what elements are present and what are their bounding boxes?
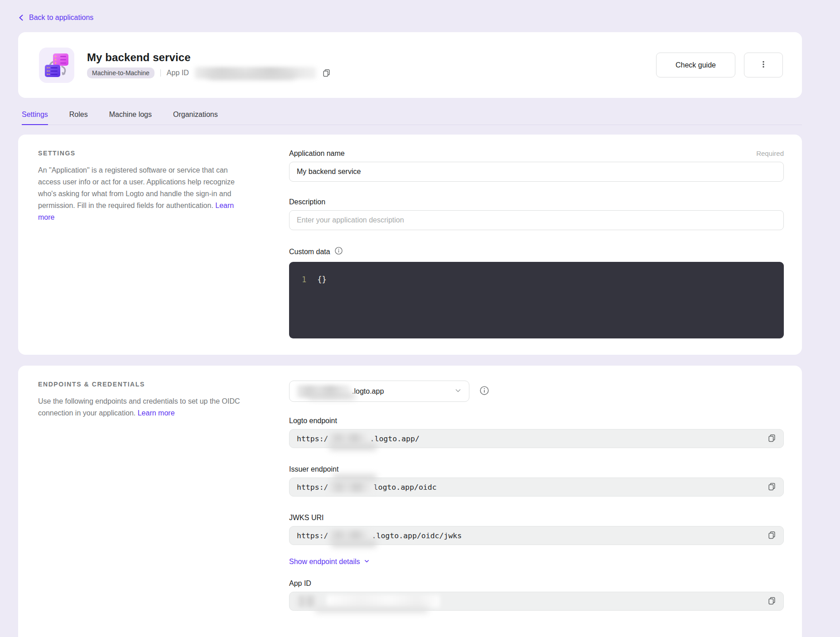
jwks-uri-label: JWKS URI bbox=[289, 514, 323, 522]
redacted-segment bbox=[327, 595, 440, 608]
copy-app-id-field-button[interactable] bbox=[767, 595, 777, 607]
app-id-label: App ID bbox=[167, 69, 189, 77]
tab-roles[interactable]: Roles bbox=[69, 111, 88, 125]
tab-bar: Settings Roles Machine logs Organization… bbox=[22, 111, 802, 125]
endpoints-section-heading: ENDPOINTS & CREDENTIALS bbox=[38, 381, 251, 388]
tab-machine-logs[interactable]: Machine logs bbox=[109, 111, 152, 125]
chevron-down-icon bbox=[454, 387, 462, 396]
copy-icon bbox=[322, 68, 331, 78]
redacted-segment bbox=[328, 530, 372, 541]
domain-select[interactable]: .logto.app bbox=[289, 381, 469, 402]
kebab-menu-icon bbox=[759, 60, 768, 70]
logto-endpoint-label: Logto endpoint bbox=[289, 417, 337, 425]
copy-jwks-uri-button[interactable] bbox=[767, 530, 777, 541]
back-row: Back to applications bbox=[18, 14, 802, 22]
app-id-field-group: App ID bbox=[289, 579, 784, 611]
meta-divider bbox=[160, 69, 161, 77]
app-meta-row: Machine-to-Machine App ID bbox=[87, 67, 331, 79]
custom-data-field-group: Custom data 1 {} bbox=[289, 246, 784, 338]
custom-data-label: Custom data bbox=[289, 248, 330, 256]
copy-icon bbox=[768, 596, 776, 606]
back-to-applications-link[interactable]: Back to applications bbox=[18, 14, 93, 22]
chevron-left-icon bbox=[18, 14, 24, 21]
application-name-input[interactable] bbox=[289, 162, 784, 182]
redacted-segment bbox=[328, 433, 370, 444]
copy-app-id-button[interactable] bbox=[321, 68, 332, 79]
copy-icon bbox=[768, 482, 776, 492]
logto-endpoint-field-group: Logto endpoint https:/.logto.app/ bbox=[289, 417, 784, 448]
redacted-segment bbox=[297, 595, 319, 607]
back-link-label: Back to applications bbox=[29, 14, 93, 22]
settings-form-column: Application name Required Description Cu… bbox=[289, 150, 784, 338]
issuer-endpoint-label: Issuer endpoint bbox=[289, 465, 338, 473]
application-name-field-group: Application name Required bbox=[289, 150, 784, 182]
header-actions: Check guide bbox=[656, 53, 783, 77]
required-hint: Required bbox=[756, 150, 784, 157]
logto-endpoint-value: https:/.logto.app/ bbox=[289, 429, 784, 448]
check-guide-button[interactable]: Check guide bbox=[656, 53, 735, 77]
tab-organizations[interactable]: Organizations bbox=[173, 111, 218, 125]
app-id-field-label: App ID bbox=[289, 579, 311, 588]
tab-settings[interactable]: Settings bbox=[22, 111, 48, 125]
copy-issuer-endpoint-button[interactable] bbox=[767, 481, 777, 493]
endpoints-credentials-card: ENDPOINTS & CREDENTIALS Use the followin… bbox=[18, 366, 802, 637]
app-id-field-value bbox=[289, 592, 784, 611]
machine-to-machine-app-icon bbox=[39, 48, 74, 83]
description-input[interactable] bbox=[289, 210, 784, 230]
page-title: My backend service bbox=[87, 51, 331, 64]
application-details-page: Back to applications bbox=[0, 0, 840, 637]
show-endpoint-details-link[interactable]: Show endpoint details bbox=[289, 558, 370, 566]
chevron-down-icon bbox=[364, 558, 370, 566]
copy-logto-endpoint-button[interactable] bbox=[767, 433, 777, 444]
endpoints-form-column: .logto.app Logto endpoint bbox=[289, 381, 784, 637]
settings-section-heading: SETTINGS bbox=[38, 150, 251, 157]
info-icon[interactable] bbox=[334, 246, 343, 257]
app-type-badge: Machine-to-Machine bbox=[87, 68, 154, 78]
endpoints-description-column: ENDPOINTS & CREDENTIALS Use the followin… bbox=[38, 381, 251, 637]
application-name-label: Application name bbox=[289, 150, 345, 158]
app-header-info: My backend service Machine-to-Machine Ap… bbox=[87, 51, 331, 79]
issuer-endpoint-field-group: Issuer endpoint https:/logto.app/oidc bbox=[289, 465, 784, 497]
settings-section-description: An "Application" is a registered softwar… bbox=[38, 164, 251, 223]
domain-select-value: .logto.app bbox=[352, 387, 384, 396]
more-actions-button[interactable] bbox=[744, 53, 783, 77]
settings-description-column: SETTINGS An "Application" is a registere… bbox=[38, 150, 251, 338]
jwks-uri-value: https:/.logto.app/oidc/jwks bbox=[289, 526, 784, 545]
endpoints-section-description: Use the following endpoints and credenti… bbox=[38, 396, 251, 419]
custom-data-code-editor[interactable]: 1 {} bbox=[289, 262, 784, 338]
editor-code-content: {} bbox=[317, 275, 326, 284]
editor-line-number: 1 bbox=[302, 275, 306, 284]
domain-info-icon[interactable] bbox=[479, 386, 489, 397]
settings-card: SETTINGS An "Application" is a registere… bbox=[18, 135, 802, 355]
description-label: Description bbox=[289, 198, 325, 206]
domain-row: .logto.app bbox=[289, 381, 784, 402]
copy-icon bbox=[768, 531, 776, 540]
redacted-segment bbox=[328, 482, 374, 492]
endpoints-learn-more-link[interactable]: Learn more bbox=[138, 409, 175, 417]
issuer-endpoint-value: https:/logto.app/oidc bbox=[289, 478, 784, 497]
copy-icon bbox=[768, 434, 776, 444]
app-id-value-redacted bbox=[195, 67, 331, 79]
description-field-group: Description bbox=[289, 198, 784, 230]
app-header-card: My backend service Machine-to-Machine Ap… bbox=[18, 32, 802, 98]
jwks-uri-field-group: JWKS URI https:/.logto.app/oidc/jwks bbox=[289, 514, 784, 545]
